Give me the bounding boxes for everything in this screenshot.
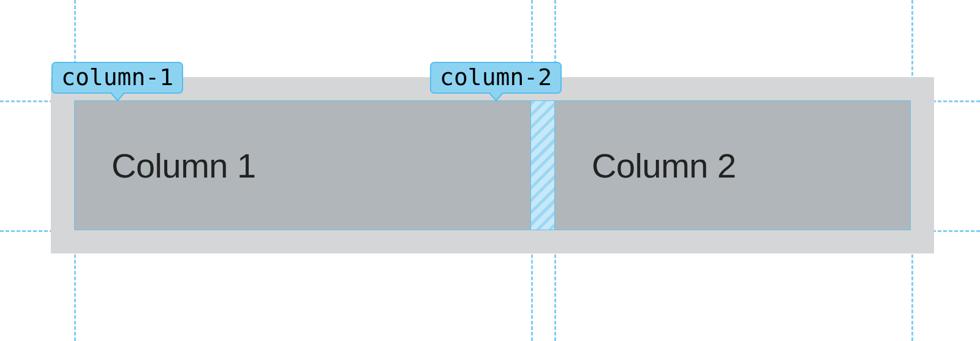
column-2-label-text: column-2 bbox=[440, 64, 552, 91]
column-2-text: Column 2 bbox=[592, 146, 736, 185]
column-1-label-text: column-1 bbox=[61, 64, 173, 91]
column-1-text: Column 1 bbox=[111, 146, 256, 185]
grid-container: Column 1 Column 2 bbox=[51, 77, 934, 253]
grid-gap bbox=[531, 100, 554, 230]
column-2-label-badge: column-2 bbox=[430, 62, 562, 94]
grid-column-2: Column 2 bbox=[554, 100, 911, 230]
grid-column-1: Column 1 bbox=[74, 100, 531, 230]
column-1-label-badge: column-1 bbox=[51, 62, 183, 94]
